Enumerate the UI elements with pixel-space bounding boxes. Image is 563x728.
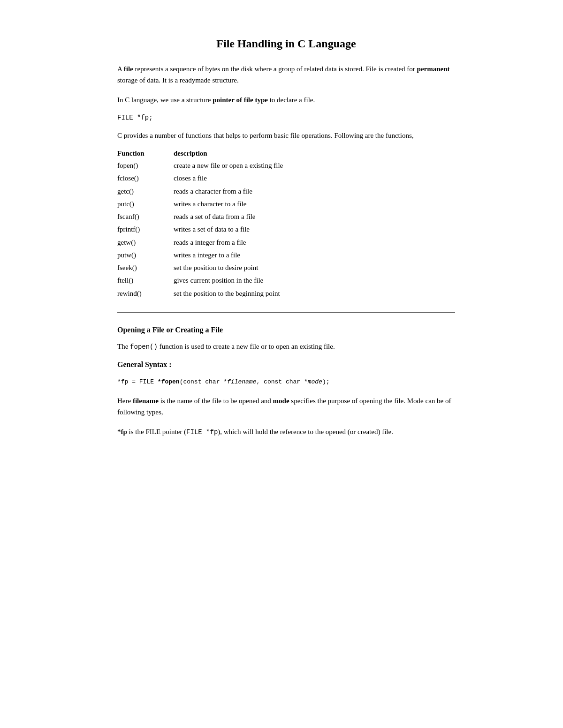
table-row: ftell() gives current position in the fi… — [117, 275, 455, 286]
func-desc: set the position to the beginning point — [174, 288, 280, 299]
section2-paragraph1: The fopen() function is used to create a… — [117, 341, 455, 352]
func-desc: reads a character from a file — [174, 186, 252, 197]
page-container: File Handling in C Language A file repre… — [80, 0, 483, 483]
section2-syntax-heading: General Syntax : — [117, 360, 455, 369]
func-name: fopen() — [117, 160, 174, 171]
func-name: getc() — [117, 186, 174, 197]
func-name: fscanf() — [117, 211, 174, 222]
table-row: putc() writes a character to a file — [117, 199, 455, 210]
func-desc: gives current position in the file — [174, 275, 263, 286]
table-row: rewind() set the position to the beginni… — [117, 288, 455, 299]
func-name: fclose() — [117, 173, 174, 184]
table-row: fopen() create a new file or open a exis… — [117, 160, 455, 171]
func-name: putw() — [117, 250, 174, 261]
table-row: putw() writes a integer to a file — [117, 250, 455, 261]
func-name: getw() — [117, 237, 174, 248]
intro-paragraph-2: In C language, we use a structure pointe… — [117, 94, 455, 105]
func-desc: writes a character to a file — [174, 199, 246, 210]
intro-paragraph-1: A file represents a sequence of bytes on… — [117, 63, 455, 86]
section2-code-syntax: *fp = FILE *fopen(const char *filename, … — [117, 377, 455, 387]
code-declaration: FILE *fp; — [117, 114, 455, 121]
table-row: getc() reads a character from a file — [117, 186, 455, 197]
section-divider — [117, 312, 455, 313]
section2-paragraph3: *fp is the FILE pointer (FILE *fp), whic… — [117, 426, 455, 437]
table-row: fseek() set the position to desire point — [117, 263, 455, 273]
func-name: rewind() — [117, 288, 174, 299]
table-row: fscanf() reads a set of data from a file — [117, 211, 455, 222]
func-desc: writes a set of data to a file — [174, 224, 250, 235]
func-desc: set the position to desire point — [174, 263, 258, 273]
fopen-inline-code: fopen() — [130, 343, 158, 351]
functions-table: Function description fopen() create a ne… — [117, 150, 455, 299]
section2-paragraph2: Here filename is the name of the file to… — [117, 395, 455, 418]
func-name: fprintf() — [117, 224, 174, 235]
table-row: getw() reads a integer from a file — [117, 237, 455, 248]
header-description-col: description — [174, 150, 207, 158]
file-fp-code: FILE *fp — [186, 428, 218, 436]
func-desc: create a new file or open a existing fil… — [174, 160, 283, 171]
section2-heading: Opening a File or Creating a File — [117, 326, 455, 334]
intro-paragraph-3: C provides a number of functions that he… — [117, 130, 455, 141]
func-name: fseek() — [117, 263, 174, 273]
func-desc: closes a file — [174, 173, 207, 184]
func-desc: writes a integer to a file — [174, 250, 240, 261]
table-row: fprintf() writes a set of data to a file — [117, 224, 455, 235]
functions-table-header: Function description — [117, 150, 455, 158]
func-desc: reads a integer from a file — [174, 237, 246, 248]
func-name: ftell() — [117, 275, 174, 286]
func-name: putc() — [117, 199, 174, 210]
header-function-col: Function — [117, 150, 174, 158]
func-desc: reads a set of data from a file — [174, 211, 256, 222]
table-row: fclose() closes a file — [117, 173, 455, 184]
page-title: File Handling in C Language — [117, 38, 455, 50]
